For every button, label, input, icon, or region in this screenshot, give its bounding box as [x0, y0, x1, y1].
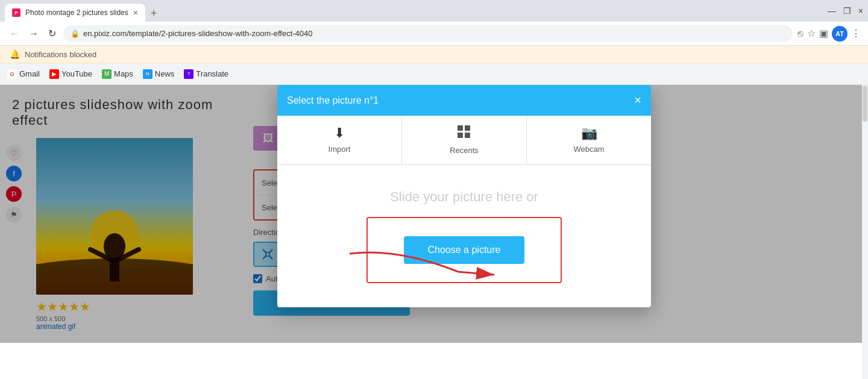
address-bar: ← → ↻ 🔒 en.pixiz.com/template/2-pictures… — [0, 22, 868, 46]
refresh-button[interactable]: ↻ — [46, 25, 58, 42]
dialog-close-button[interactable]: × — [634, 93, 641, 107]
slide-instruction: Slide your picture here or — [390, 189, 538, 205]
choose-picture-button[interactable]: Choose a picture — [404, 236, 525, 264]
bookmark-maps[interactable]: M Maps — [102, 69, 133, 79]
forward-button[interactable]: → — [27, 26, 41, 42]
active-tab[interactable]: P Photo montage 2 pictures slides × — [5, 4, 145, 22]
translate-label: Translate — [196, 69, 228, 78]
youtube-icon: ▶ — [49, 69, 59, 79]
youtube-label: YouTube — [61, 69, 92, 78]
profile-avatar[interactable]: AT — [832, 26, 848, 42]
tab-webcam[interactable]: 📷 Webcam — [527, 116, 651, 164]
dialog-header: Select the picture n°1 × — [277, 85, 651, 116]
title-bar: P Photo montage 2 pictures slides × + — … — [0, 0, 868, 22]
bookmark-translate[interactable]: T Translate — [184, 69, 228, 79]
news-label: News — [155, 69, 175, 78]
tab-recents[interactable]: Recents — [402, 116, 527, 164]
bookmarks-bar: G Gmail ▶ YouTube M Maps N News T Transl… — [0, 63, 868, 85]
lock-icon: 🔒 — [71, 30, 80, 38]
svg-rect-19 — [458, 133, 463, 138]
import-tab-label: Import — [329, 145, 351, 154]
drop-area[interactable]: Choose a picture — [366, 217, 562, 283]
select-picture-dialog: Select the picture n°1 × ⬇ Import — [277, 85, 651, 307]
tab-favicon: P — [12, 8, 20, 17]
minimize-button[interactable]: — — [828, 6, 836, 16]
page-content: ♡ f P ⚑ 2 pictures slideshow with zoom e… — [0, 85, 868, 379]
tab-bar: P Photo montage 2 pictures slides × + — [5, 0, 162, 22]
maps-label: Maps — [114, 69, 133, 78]
back-button[interactable]: ← — [7, 26, 22, 42]
dialog-title: Select the picture n°1 — [287, 95, 379, 106]
gmail-label: Gmail — [19, 69, 40, 78]
tab-import[interactable]: ⬇ Import — [277, 116, 402, 164]
svg-rect-17 — [458, 125, 463, 131]
tab-title: Photo montage 2 pictures slides — [25, 8, 128, 17]
url-text: en.pixiz.com/template/2-pictures-slidesh… — [83, 29, 313, 38]
tab-close-button[interactable]: × — [133, 8, 138, 17]
scrollbar[interactable] — [862, 85, 868, 379]
import-icon: ⬇ — [334, 125, 345, 141]
tab-search-icon[interactable]: ▣ — [819, 28, 828, 39]
news-icon: N — [143, 69, 153, 79]
gmail-icon: G — [7, 69, 17, 79]
notification-shield-icon: 🔔 — [10, 49, 20, 59]
recents-tab-label: Recents — [450, 146, 479, 155]
maximize-button[interactable]: ❐ — [843, 6, 851, 16]
main-area: ♡ f P ⚑ 2 pictures slideshow with zoom e… — [0, 85, 868, 343]
bookmark-gmail[interactable]: G Gmail — [7, 69, 40, 79]
maps-icon: M — [102, 69, 112, 79]
bookmark-star-icon[interactable]: ☆ — [807, 28, 816, 39]
new-tab-button[interactable]: + — [145, 5, 162, 22]
translate-icon: T — [184, 69, 193, 79]
notification-text: Notifications blocked — [25, 50, 96, 59]
close-window-button[interactable]: × — [858, 6, 863, 16]
bookmark-news[interactable]: N News — [143, 69, 175, 79]
recents-icon — [458, 125, 471, 142]
dialog-body: Slide your picture here or Choose a pict… — [277, 165, 651, 307]
dialog-tabs: ⬇ Import Recents 📷 — [277, 116, 651, 165]
bookmark-youtube[interactable]: ▶ YouTube — [49, 69, 92, 79]
notification-bar: 🔔 Notifications blocked — [0, 46, 868, 63]
webcam-icon: 📷 — [581, 125, 597, 141]
address-actions: ⎋ ☆ ▣ AT ⋮ — [797, 26, 861, 42]
svg-rect-20 — [465, 133, 470, 138]
address-input[interactable]: 🔒 en.pixiz.com/template/2-pictures-slide… — [63, 25, 793, 42]
svg-rect-18 — [465, 125, 470, 131]
webcam-tab-label: Webcam — [573, 145, 604, 154]
share-icon[interactable]: ⎋ — [797, 28, 804, 39]
chrome-menu-icon[interactable]: ⋮ — [851, 28, 861, 39]
window-controls: — ❐ × — [828, 6, 863, 16]
scrollbar-thumb[interactable] — [863, 86, 867, 122]
